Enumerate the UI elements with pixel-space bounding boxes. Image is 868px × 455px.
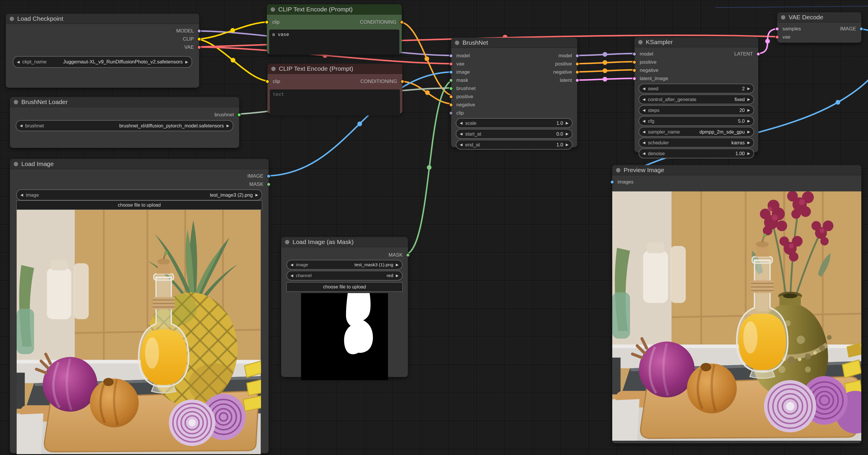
decrement-arrow-icon[interactable]: ◀ <box>643 86 645 91</box>
decrement-arrow-icon[interactable]: ◀ <box>460 143 462 147</box>
mask-input-port[interactable] <box>449 78 453 82</box>
node-vae-decode[interactable]: VAE Decode samples IMAGE vae <box>777 12 861 42</box>
images-input-port[interactable] <box>610 180 614 184</box>
increment-arrow-icon[interactable]: ▶ <box>255 193 258 197</box>
collapse-dot-icon[interactable] <box>14 162 18 166</box>
collapse-dot-icon[interactable] <box>781 15 785 20</box>
node-titlebar[interactable]: Load Image <box>10 159 269 169</box>
increment-arrow-icon[interactable]: ▶ <box>226 123 229 128</box>
image-output-port[interactable] <box>267 174 271 178</box>
increment-arrow-icon[interactable]: ▶ <box>396 274 399 278</box>
decrement-arrow-icon[interactable]: ◀ <box>460 132 462 136</box>
increment-arrow-icon[interactable]: ▶ <box>747 97 750 102</box>
conditioning-output-port[interactable] <box>400 80 404 84</box>
channel-widget[interactable]: ◀ channel red ▶ <box>286 271 403 281</box>
positive-input-port[interactable] <box>449 95 453 99</box>
increment-arrow-icon[interactable]: ▶ <box>396 263 399 267</box>
node-brushnet[interactable]: BrushNet model model vae positive image … <box>451 38 577 147</box>
decrement-arrow-icon[interactable]: ◀ <box>643 97 645 102</box>
increment-arrow-icon[interactable]: ▶ <box>566 143 568 147</box>
model-output-port[interactable] <box>197 29 201 33</box>
node-load-checkpoint[interactable]: Load Checkpoint MODEL CLIP VAE ◀ ckpt_na… <box>6 14 199 88</box>
cfg-widget[interactable]: ◀ cfg 5.0 ▶ <box>639 116 754 126</box>
clip-output-port[interactable] <box>197 37 201 41</box>
node-ksampler[interactable]: KSampler model LATENT positive negative … <box>634 37 758 152</box>
positive-input-port[interactable] <box>632 60 637 64</box>
brushnet-output-port[interactable] <box>237 113 241 117</box>
collapse-dot-icon[interactable] <box>14 100 18 104</box>
latent-output-port[interactable] <box>575 78 579 82</box>
clip-input-port[interactable] <box>266 80 270 84</box>
choose-file-button[interactable]: choose file to upload <box>17 200 262 210</box>
node-graph-canvas[interactable]: Load Checkpoint MODEL CLIP VAE ◀ ckpt_na… <box>0 0 868 455</box>
node-clip-text-encode-negative[interactable]: CLIP Text Encode (Prompt) clip CONDITION… <box>268 64 402 114</box>
decrement-arrow-icon[interactable]: ◀ <box>20 123 23 128</box>
clip-input-port[interactable] <box>449 111 453 115</box>
negative-input-port[interactable] <box>632 68 637 73</box>
decrement-arrow-icon[interactable]: ◀ <box>21 193 23 197</box>
model-input-port[interactable] <box>449 54 453 58</box>
increment-arrow-icon[interactable]: ▶ <box>747 86 750 91</box>
denoise-widget[interactable]: ◀ denoise 1.00 ▶ <box>639 148 754 159</box>
control-after-generate-widget[interactable]: ◀ control_after_generate fixed ▶ <box>639 94 754 104</box>
steps-widget[interactable]: ◀ steps 20 ▶ <box>639 105 754 115</box>
seed-widget[interactable]: ◀ seed 2 ▶ <box>639 84 754 93</box>
model-output-port[interactable] <box>575 54 579 58</box>
mask-file-widget[interactable]: ◀ image test_mask3 (1).png ▶ <box>286 260 403 270</box>
vae-input-port[interactable] <box>775 35 779 39</box>
negative-input-port[interactable] <box>449 103 453 107</box>
collapse-dot-icon[interactable] <box>285 240 289 244</box>
mask-output-port[interactable] <box>406 253 410 257</box>
decrement-arrow-icon[interactable]: ◀ <box>290 263 293 267</box>
decrement-arrow-icon[interactable]: ◀ <box>643 119 645 123</box>
increment-arrow-icon[interactable]: ▶ <box>747 151 750 155</box>
node-titlebar[interactable]: BrushNet <box>451 38 577 48</box>
prompt-textarea[interactable]: text <box>270 89 400 115</box>
decrement-arrow-icon[interactable]: ◀ <box>643 151 645 155</box>
scheduler-widget[interactable]: ◀ scheduler karras ▶ <box>639 138 754 148</box>
node-clip-text-encode-positive[interactable]: CLIP Text Encode (Prompt) clip CONDITION… <box>267 4 402 54</box>
samples-input-port[interactable] <box>775 27 779 31</box>
node-titlebar[interactable]: Preview Image <box>612 165 861 175</box>
increment-arrow-icon[interactable]: ▶ <box>566 132 568 136</box>
increment-arrow-icon[interactable]: ▶ <box>747 130 750 134</box>
collapse-dot-icon[interactable] <box>455 40 459 45</box>
node-load-image-as-mask[interactable]: Load Image (as Mask) MASK ◀ image test_m… <box>281 237 408 377</box>
node-titlebar[interactable]: BrushNet Loader <box>10 97 239 107</box>
brushnet-input-port[interactable] <box>449 86 453 91</box>
positive-output-port[interactable] <box>575 62 579 66</box>
prompt-textarea[interactable]: a vase <box>269 30 399 55</box>
negative-output-port[interactable] <box>575 70 579 74</box>
increment-arrow-icon[interactable]: ▶ <box>566 121 568 125</box>
node-titlebar[interactable]: CLIP Text Encode (Prompt) <box>268 64 402 74</box>
image-file-widget[interactable]: ◀ image test_image3 (2).png ▶ <box>17 189 262 200</box>
scale-widget[interactable]: ◀ scale 1.0 ▶ <box>456 118 572 128</box>
choose-file-button[interactable]: choose file to upload <box>286 282 403 292</box>
node-titlebar[interactable]: VAE Decode <box>777 12 861 23</box>
collapse-dot-icon[interactable] <box>271 67 276 71</box>
decrement-arrow-icon[interactable]: ◀ <box>460 121 462 125</box>
node-brushnet-loader[interactable]: BrushNet Loader brushnet ◀ brushnet brus… <box>10 97 239 148</box>
node-preview-image[interactable]: Preview Image images <box>612 165 861 443</box>
increment-arrow-icon[interactable]: ▶ <box>747 141 750 145</box>
collapse-dot-icon[interactable] <box>616 168 620 172</box>
vae-output-port[interactable] <box>197 45 201 49</box>
image-output-port[interactable] <box>859 27 863 31</box>
start-at-widget[interactable]: ◀ start_at 0.0 ▶ <box>456 129 572 139</box>
collapse-dot-icon[interactable] <box>271 7 275 12</box>
vae-input-port[interactable] <box>449 62 453 66</box>
increment-arrow-icon[interactable]: ▶ <box>747 119 750 123</box>
decrement-arrow-icon[interactable]: ◀ <box>17 60 20 64</box>
increment-arrow-icon[interactable]: ▶ <box>185 60 188 64</box>
latent-output-port[interactable] <box>756 52 760 56</box>
mask-output-port[interactable] <box>267 182 271 187</box>
model-input-port[interactable] <box>632 52 637 56</box>
decrement-arrow-icon[interactable]: ◀ <box>643 130 645 134</box>
node-titlebar[interactable]: Load Checkpoint <box>6 14 199 24</box>
conditioning-output-port[interactable] <box>400 20 404 24</box>
collapse-dot-icon[interactable] <box>10 17 14 21</box>
clip-input-port[interactable] <box>265 20 269 24</box>
brushnet-model-widget[interactable]: ◀ brushnet brushnet_xl/diffusion_pytorch… <box>16 120 233 131</box>
sampler-name-widget[interactable]: ◀ sampler_name dpmpp_2m_sde_gpu ▶ <box>639 127 754 137</box>
decrement-arrow-icon[interactable]: ◀ <box>643 108 645 112</box>
